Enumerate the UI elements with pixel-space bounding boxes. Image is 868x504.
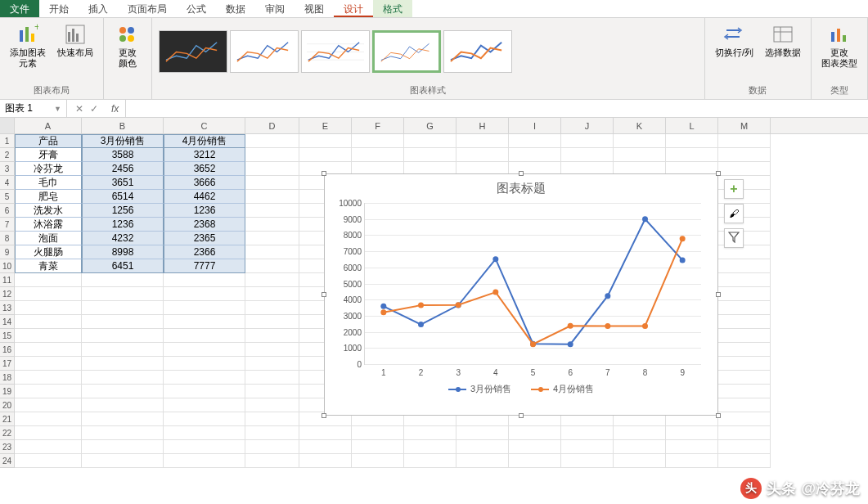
row-header[interactable]: 5 (0, 190, 15, 204)
name-box[interactable]: 图表 1 ▼ (0, 100, 67, 117)
col-header[interactable]: E (299, 118, 352, 133)
col-header[interactable]: D (245, 118, 299, 133)
cell[interactable] (352, 148, 404, 162)
cell[interactable] (718, 259, 771, 273)
cell[interactable] (404, 148, 456, 162)
tab-insert[interactable]: 插入 (79, 0, 118, 17)
cell[interactable]: 7777 (164, 259, 245, 273)
cell[interactable] (82, 329, 164, 343)
cell[interactable] (614, 426, 666, 440)
chart-elements-button[interactable]: + (724, 179, 744, 199)
col-header[interactable]: J (561, 118, 614, 133)
cell[interactable] (82, 315, 164, 329)
row-header[interactable]: 18 (0, 371, 15, 385)
cell[interactable] (245, 232, 299, 245)
cell[interactable] (245, 148, 299, 162)
cell[interactable] (245, 218, 299, 232)
col-header[interactable]: G (404, 118, 456, 133)
formula-input[interactable] (125, 100, 868, 117)
tab-data[interactable]: 数据 (216, 0, 255, 17)
chart-style-4[interactable] (372, 30, 441, 73)
cell[interactable] (718, 148, 771, 162)
cell[interactable] (164, 315, 245, 329)
select-data-button[interactable]: 选择数据 (762, 21, 804, 60)
cell[interactable] (245, 259, 299, 273)
cell[interactable] (456, 148, 509, 162)
cell[interactable] (352, 454, 404, 468)
col-header[interactable]: L (666, 118, 718, 133)
col-header[interactable]: F (352, 118, 404, 133)
cell[interactable] (561, 454, 614, 468)
cell[interactable]: 洗发水 (15, 204, 82, 218)
row-header[interactable]: 21 (0, 412, 15, 426)
col-header[interactable]: C (164, 118, 245, 133)
cell[interactable] (299, 440, 352, 454)
col-header[interactable]: I (509, 118, 561, 133)
row-header[interactable]: 19 (0, 385, 15, 398)
cell[interactable] (15, 440, 82, 454)
cell[interactable]: 4月份销售 (164, 134, 245, 148)
chart-styles-button[interactable]: 🖌 (724, 204, 744, 223)
cell[interactable]: 泡面 (15, 232, 82, 245)
cell[interactable] (82, 357, 164, 371)
cell[interactable] (509, 148, 561, 162)
col-header[interactable]: H (456, 118, 509, 133)
cell[interactable]: 3月份销售 (82, 134, 164, 148)
cell[interactable] (245, 398, 299, 412)
cell[interactable] (718, 440, 771, 454)
cell[interactable] (164, 398, 245, 412)
cell[interactable] (164, 357, 245, 371)
cell[interactable] (245, 343, 299, 357)
cell[interactable] (245, 287, 299, 301)
cell[interactable] (82, 371, 164, 385)
row-header[interactable]: 10 (0, 259, 15, 273)
cell[interactable] (666, 148, 718, 162)
cell[interactable] (15, 287, 82, 301)
cell[interactable] (245, 190, 299, 204)
cell[interactable] (614, 440, 666, 454)
row-header[interactable]: 3 (0, 162, 15, 176)
col-header[interactable]: A (15, 118, 82, 133)
cell[interactable] (164, 273, 245, 287)
cell[interactable]: 6451 (82, 259, 164, 273)
cell[interactable] (15, 454, 82, 468)
cell[interactable] (299, 134, 352, 148)
cell[interactable] (82, 440, 164, 454)
cell[interactable] (164, 426, 245, 440)
row-header[interactable]: 13 (0, 301, 15, 315)
cell[interactable] (404, 440, 456, 454)
cell[interactable] (666, 454, 718, 468)
cell[interactable]: 1256 (82, 204, 164, 218)
cell[interactable] (15, 315, 82, 329)
fx-label[interactable]: fx (106, 103, 119, 115)
row-header[interactable]: 17 (0, 357, 15, 371)
worksheet-grid[interactable]: A B C D E F G H I J K L M 1产品3月份销售4月份销售2… (0, 118, 868, 504)
confirm-icon[interactable]: ✓ (90, 103, 98, 115)
cell[interactable] (164, 371, 245, 385)
row-header[interactable]: 16 (0, 343, 15, 357)
cell[interactable] (164, 343, 245, 357)
cell[interactable] (15, 357, 82, 371)
cell[interactable] (15, 385, 82, 398)
cell[interactable]: 2456 (82, 162, 164, 176)
row-header[interactable]: 11 (0, 273, 15, 287)
row-header[interactable]: 23 (0, 440, 15, 454)
cell[interactable] (299, 148, 352, 162)
cell[interactable] (245, 357, 299, 371)
cell[interactable] (245, 176, 299, 190)
cell[interactable] (245, 245, 299, 259)
cell[interactable] (299, 454, 352, 468)
cell[interactable]: 毛巾 (15, 176, 82, 190)
tab-design[interactable]: 设计 (334, 0, 373, 17)
cell[interactable] (164, 454, 245, 468)
cell[interactable] (509, 426, 561, 440)
row-header[interactable]: 20 (0, 398, 15, 412)
cell[interactable] (82, 426, 164, 440)
cell[interactable] (82, 343, 164, 357)
cell[interactable]: 1236 (164, 204, 245, 218)
switch-row-col-button[interactable]: 切换行/列 (712, 21, 757, 60)
cell[interactable] (404, 454, 456, 468)
cell[interactable] (404, 134, 456, 148)
row-header[interactable]: 12 (0, 287, 15, 301)
cell[interactable] (561, 148, 614, 162)
